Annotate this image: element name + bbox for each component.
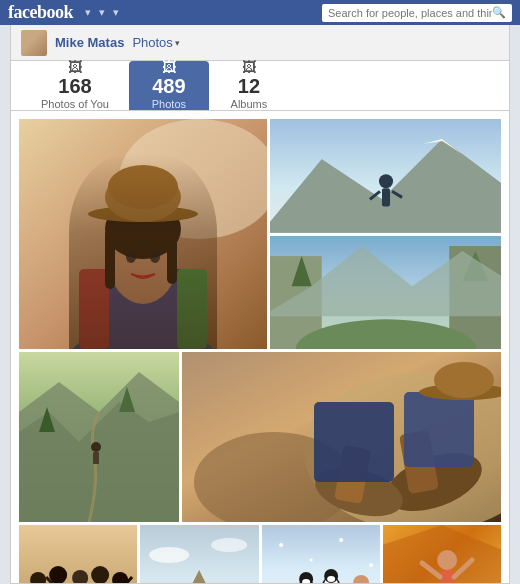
photo-valley[interactable] [270, 236, 501, 350]
photo-surfer[interactable] [383, 525, 501, 584]
dropdown-caret: ▾ [175, 38, 180, 48]
svg-point-80 [279, 543, 283, 547]
photo-mountain-cliff[interactable] [19, 352, 179, 522]
tab-albums-label: Albums [231, 98, 268, 110]
avatar [21, 30, 47, 56]
photo-desert-sky[interactable] [140, 525, 258, 584]
photo-mountain-person[interactable] [270, 119, 501, 233]
svg-point-14 [150, 251, 160, 263]
svg-point-11 [105, 172, 181, 222]
svg-rect-44 [314, 402, 394, 482]
svg-rect-9 [167, 229, 177, 284]
navbar: facebook ▾ ▾ ▾ 🔍 [0, 0, 520, 25]
svg-point-81 [339, 538, 343, 542]
photo-row-1 [19, 119, 501, 349]
photo-grid [19, 119, 501, 584]
photo-row1-right [270, 119, 501, 349]
tab-albums[interactable]: 🖼 12 Albums [209, 61, 289, 110]
main-content: Mike Matas Photos ▾ 🖼 168 Photos of You … [10, 25, 510, 584]
photos-dropdown[interactable]: Photos ▾ [132, 35, 179, 50]
tab-photos-icon: 🖼 [162, 59, 176, 75]
svg-point-55 [91, 566, 109, 584]
nav-link-3[interactable]: ▾ [113, 6, 119, 19]
avatar-image [21, 30, 47, 56]
svg-point-65 [149, 547, 189, 563]
svg-point-35 [91, 442, 101, 452]
svg-point-12 [108, 165, 178, 209]
svg-point-77 [327, 576, 335, 582]
tab-bar: 🖼 168 Photos of You 🖼 489 Photos 🖼 12 [11, 61, 509, 111]
tab-photos-count: 489 [152, 76, 185, 96]
svg-point-47 [434, 362, 494, 398]
photo-row-2 [19, 352, 501, 522]
tab-photos-label: Photos [152, 98, 186, 110]
svg-point-86 [437, 550, 457, 570]
photo-woman-hat[interactable] [19, 119, 267, 349]
svg-point-2 [53, 319, 233, 349]
svg-rect-4 [79, 269, 109, 349]
tab-photos-of-you-count: 168 [58, 76, 91, 96]
tab-photos[interactable]: 🖼 489 Photos [129, 61, 209, 110]
search-input[interactable] [328, 7, 492, 19]
tab-photos-of-you[interactable]: 🖼 168 Photos of You [21, 61, 129, 110]
svg-rect-20 [382, 189, 390, 207]
photo-group-people[interactable] [19, 525, 137, 584]
tab-photos-of-you-label: Photos of You [41, 98, 109, 110]
photo-snow-people[interactable] [262, 525, 380, 584]
svg-point-82 [309, 559, 312, 562]
photo-row-3 [19, 525, 501, 584]
tab-albums-count: 12 [238, 76, 260, 96]
photos-section-label: Photos [132, 35, 172, 50]
tab-photos-of-you-icon: 🖼 [68, 59, 82, 75]
facebook-logo: facebook [8, 2, 73, 23]
svg-point-19 [379, 175, 393, 189]
page-container: facebook ▾ ▾ ▾ 🔍 Mike Matas Photos ▾ 🖼 [0, 0, 520, 584]
profile-name[interactable]: Mike Matas [55, 35, 124, 50]
photo-feet-relax[interactable] [182, 352, 501, 522]
svg-rect-36 [93, 452, 99, 464]
nav-link-2[interactable]: ▾ [99, 6, 105, 19]
svg-point-10 [88, 206, 198, 222]
search-bar[interactable]: 🔍 [322, 4, 512, 22]
tab-albums-icon: 🖼 [242, 59, 256, 75]
svg-point-13 [126, 251, 136, 263]
svg-rect-45 [404, 392, 474, 467]
svg-rect-67 [262, 525, 380, 584]
nav-link-1[interactable]: ▾ [85, 6, 91, 19]
svg-point-66 [211, 538, 247, 552]
photo-grid-area [11, 111, 509, 584]
svg-rect-3 [79, 269, 207, 349]
svg-point-7 [105, 199, 181, 259]
svg-point-6 [108, 214, 178, 304]
svg-rect-8 [105, 229, 115, 289]
svg-point-83 [369, 563, 373, 567]
svg-rect-5 [177, 269, 207, 349]
search-icon: 🔍 [492, 6, 506, 19]
profile-bar: Mike Matas Photos ▾ [11, 25, 509, 61]
